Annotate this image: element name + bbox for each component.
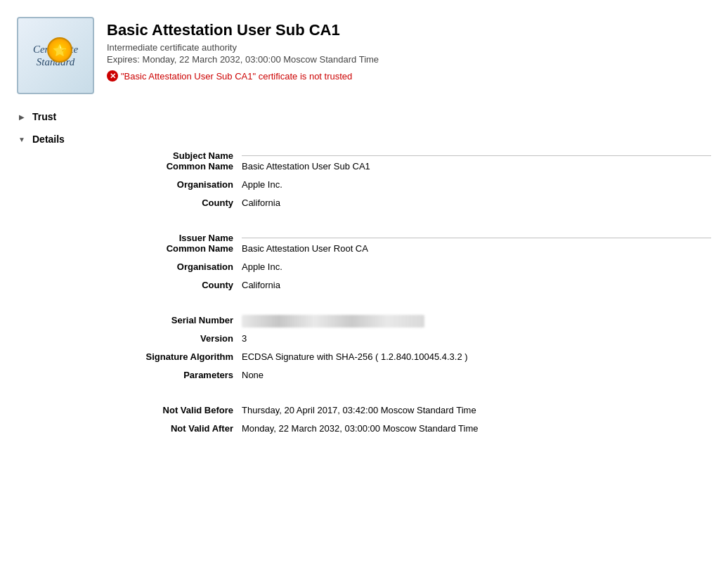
header-info: Basic Attestation User Sub CA1 Intermedi… bbox=[107, 17, 711, 82]
subject-county-value: California bbox=[242, 198, 711, 208]
issuer-name-label: Issuer Name bbox=[17, 233, 242, 243]
cert-title: Basic Attestation User Sub CA1 bbox=[107, 21, 711, 39]
warning-icon: ✕ bbox=[107, 70, 118, 82]
issuer-organisation-row: Organisation Apple Inc. bbox=[17, 261, 711, 280]
version-value: 3 bbox=[242, 333, 711, 344]
not-valid-after-value: Monday, 22 March 2032, 03:00:00 Moscow S… bbox=[242, 423, 711, 434]
subject-common-name-row: Common Name Basic Attestation User Sub C… bbox=[17, 161, 711, 179]
serial-number-value bbox=[242, 315, 711, 328]
signature-algorithm-row: Signature Algorithm ECDSA Signature with… bbox=[17, 351, 711, 370]
certificate-icon: CertificateStandard ⭐ bbox=[17, 17, 94, 94]
version-label: Version bbox=[17, 333, 242, 344]
subject-common-name-label: Common Name bbox=[17, 161, 242, 172]
details-section-header[interactable]: Details bbox=[17, 128, 711, 150]
subject-name-group: Subject Name Common Name Basic Attestati… bbox=[17, 150, 711, 216]
validity-group: Not Valid Before Thursday, 20 April 2017… bbox=[17, 405, 711, 441]
details-section: Details Subject Name Common Name Basic A… bbox=[0, 128, 728, 441]
subject-organisation-row: Organisation Apple Inc. bbox=[17, 179, 711, 198]
not-valid-before-row: Not Valid Before Thursday, 20 April 2017… bbox=[17, 405, 711, 423]
issuer-county-row: County California bbox=[17, 280, 711, 298]
issuer-divider-line bbox=[242, 238, 711, 238]
details-chevron-icon bbox=[17, 134, 27, 144]
issuer-name-divider-row: Issuer Name bbox=[17, 233, 711, 243]
signature-algorithm-label: Signature Algorithm bbox=[17, 351, 242, 362]
issuer-organisation-label: Organisation bbox=[17, 261, 242, 272]
issuer-common-name-row: Common Name Basic Attestation User Root … bbox=[17, 243, 711, 261]
version-row: Version 3 bbox=[17, 333, 711, 351]
trust-section: Trust bbox=[0, 105, 728, 128]
issuer-common-name-value: Basic Attestation User Root CA bbox=[242, 243, 711, 254]
cert-seal-icon: ⭐ bbox=[47, 37, 72, 63]
details-section-label: Details bbox=[32, 134, 65, 145]
not-valid-after-row: Not Valid After Monday, 22 March 2032, 0… bbox=[17, 423, 711, 441]
subject-common-name-value: Basic Attestation User Sub CA1 bbox=[242, 161, 711, 172]
signature-algorithm-value: ECDSA Signature with SHA-256 ( 1.2.840.1… bbox=[242, 351, 711, 362]
not-valid-after-label: Not Valid After bbox=[17, 423, 242, 434]
serial-blur-overlay bbox=[242, 315, 424, 328]
parameters-row: Parameters None bbox=[17, 370, 711, 388]
parameters-label: Parameters bbox=[17, 370, 242, 380]
header-section: CertificateStandard ⭐ Basic Attestation … bbox=[0, 0, 728, 105]
trust-section-header[interactable]: Trust bbox=[17, 105, 711, 128]
not-valid-before-value: Thursday, 20 April 2017, 03:42:00 Moscow… bbox=[242, 405, 711, 415]
serial-number-row: Serial Number bbox=[17, 315, 711, 333]
serial-number-label: Serial Number bbox=[17, 315, 242, 325]
other-details-group: Serial Number Version 3 Signature Algori… bbox=[17, 315, 711, 388]
issuer-county-value: California bbox=[242, 280, 711, 290]
issuer-name-group: Issuer Name Common Name Basic Attestatio… bbox=[17, 233, 711, 298]
issuer-county-label: County bbox=[17, 280, 242, 290]
cert-subtitle: Intermediate certificate authority bbox=[107, 42, 711, 53]
subject-name-divider-row: Subject Name bbox=[17, 150, 711, 161]
details-content: Subject Name Common Name Basic Attestati… bbox=[17, 150, 711, 441]
issuer-common-name-label: Common Name bbox=[17, 243, 242, 254]
subject-county-label: County bbox=[17, 198, 242, 208]
subject-organisation-value: Apple Inc. bbox=[242, 179, 711, 190]
cert-expiry: Expires: Monday, 22 March 2032, 03:00:00… bbox=[107, 54, 711, 65]
cert-warning: ✕ "Basic Attestation User Sub CA1" certi… bbox=[107, 70, 711, 82]
not-valid-before-label: Not Valid Before bbox=[17, 405, 242, 415]
subject-organisation-label: Organisation bbox=[17, 179, 242, 190]
subject-county-row: County California bbox=[17, 198, 711, 216]
subject-divider-line bbox=[242, 155, 711, 156]
issuer-organisation-value: Apple Inc. bbox=[242, 261, 711, 272]
parameters-value: None bbox=[242, 370, 711, 380]
trust-section-label: Trust bbox=[32, 111, 56, 122]
warning-text: "Basic Attestation User Sub CA1" certifi… bbox=[121, 71, 352, 82]
trust-chevron-icon bbox=[17, 112, 27, 122]
subject-name-label: Subject Name bbox=[17, 150, 242, 161]
